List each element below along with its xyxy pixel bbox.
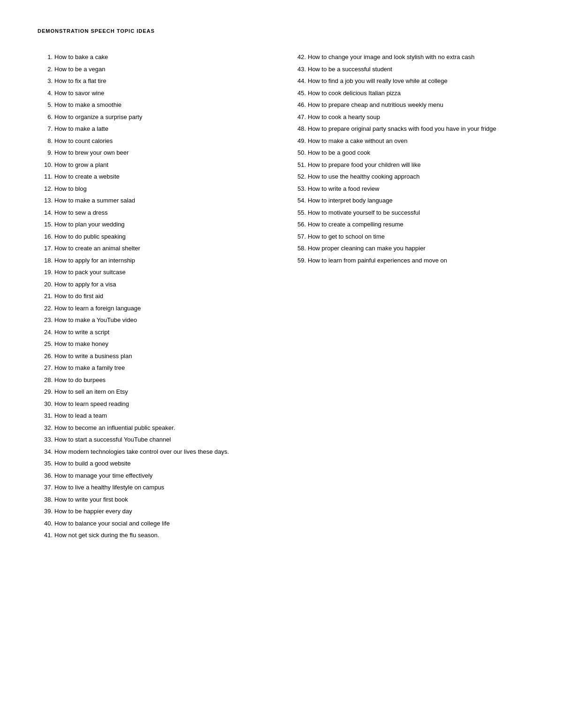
list-item: 37. How to live a healthy lifestyle on c…: [38, 483, 272, 492]
list-item: 22. How to learn a foreign language: [38, 304, 272, 313]
list-item: 30. How to learn speed reading: [38, 399, 272, 409]
list-item: 26. How to write a business plan: [38, 352, 272, 361]
list-item: 48. How to prepare original party snacks…: [291, 124, 525, 134]
list-number: 5.: [38, 100, 53, 110]
list-item: 16. How to do public speaking: [38, 232, 272, 241]
list-text: How to write your first book: [54, 495, 272, 504]
list-number: 24.: [38, 328, 53, 337]
list-number: 2.: [38, 65, 53, 74]
list-item: 44. How to find a job you will really lo…: [291, 76, 525, 86]
list-item: 4. How to savor wine: [38, 89, 272, 98]
list-text: How to organize a surprise party: [54, 113, 272, 122]
list-number: 23.: [38, 315, 53, 325]
list-item: 41. How not get sick during the flu seas…: [38, 531, 272, 540]
list-item: 43. How to be a successful student: [291, 65, 525, 74]
list-item: 5. How to make a smoothie: [38, 100, 272, 110]
list-text: How to manage your time effectively: [54, 471, 272, 480]
list-number: 42.: [291, 53, 306, 62]
list-text: How to make a family tree: [54, 363, 272, 373]
list-item: 2. How to be a vegan: [38, 65, 272, 74]
list-number: 32.: [38, 423, 53, 433]
list-number: 3.: [38, 76, 53, 86]
list-text: How to pack your suitcase: [54, 268, 272, 277]
list-text: How to learn a foreign language: [54, 304, 272, 313]
list-number: 16.: [38, 232, 53, 241]
list-text: How to create an animal shelter: [54, 244, 272, 253]
list-number: 18.: [38, 256, 53, 265]
list-number: 46.: [291, 100, 306, 110]
list-text: How to make a latte: [54, 124, 272, 134]
list-text: How not get sick during the flu season.: [54, 531, 272, 540]
list-item: 8. How to count calories: [38, 136, 272, 146]
list-text: How to learn from painful experiences an…: [308, 256, 525, 265]
list-item: 39. How to be happier every day: [38, 507, 272, 516]
list-number: 1.: [38, 53, 53, 62]
list-text: How to prepare original party snacks wit…: [308, 124, 525, 134]
list-number: 8.: [38, 136, 53, 146]
list-number: 44.: [291, 76, 306, 86]
list-number: 13.: [38, 196, 53, 205]
list-text: How to be a vegan: [54, 65, 272, 74]
list-item: 40. How to balance your social and colle…: [38, 519, 272, 528]
list-number: 9.: [38, 148, 53, 158]
list-number: 17.: [38, 244, 53, 253]
list-item: 36. How to manage your time effectively: [38, 471, 272, 480]
list-number: 31.: [38, 411, 53, 420]
list-item: 23. How to make a YouTube video: [38, 315, 272, 325]
list-item: 38. How to write your first book: [38, 495, 272, 504]
list-item: 20. How to apply for a visa: [38, 280, 272, 289]
list-text: How to live a healthy lifestyle on campu…: [54, 483, 272, 492]
list-item: 53. How to write a food review: [291, 184, 525, 194]
list-number: 6.: [38, 113, 53, 122]
page-title: DEMONSTRATION SPEECH TOPIC IDEAS: [38, 28, 525, 34]
list-text: How to do first aid: [54, 292, 272, 301]
list-number: 34.: [38, 447, 53, 457]
list-text: How to do burpees: [54, 375, 272, 385]
list-text: How to cook delicious Italian pizza: [308, 89, 525, 98]
list-item: 47. How to cook a hearty soup: [291, 113, 525, 122]
list-number: 12.: [38, 184, 53, 194]
list-number: 54.: [291, 196, 306, 205]
list-item: 13. How to make a summer salad: [38, 196, 272, 205]
list-text: How to make a summer salad: [54, 196, 272, 205]
list-text: How to interpret body language: [308, 196, 525, 205]
list-text: How to blog: [54, 184, 272, 194]
list-text: How to cook a hearty soup: [308, 113, 525, 122]
list-item: 35. How to build a good website: [38, 459, 272, 468]
list-text: How to become an influential public spea…: [54, 423, 272, 433]
list-item: 19. How to pack your suitcase: [38, 268, 272, 277]
list-text: How to balance your social and college l…: [54, 519, 272, 528]
list-number: 55.: [291, 208, 306, 218]
list-text: How to get to school on time: [308, 232, 525, 241]
list-text: How to write a script: [54, 328, 272, 337]
list-item: 57. How to get to school on time: [291, 232, 525, 241]
list-number: 38.: [38, 495, 53, 504]
list-number: 19.: [38, 268, 53, 277]
list-text: How modern technologies take control ove…: [54, 447, 272, 457]
list-item: 27. How to make a family tree: [38, 363, 272, 373]
list-number: 59.: [291, 256, 306, 265]
list-item: 42. How to change your image and look st…: [291, 53, 525, 62]
list-item: 49. How to make a cake without an oven: [291, 136, 525, 146]
list-number: 35.: [38, 459, 53, 468]
list-text: How to make a YouTube video: [54, 315, 272, 325]
list-item: 51. How to prepare food your children wi…: [291, 160, 525, 170]
list-item: 9. How to brew your own beer: [38, 148, 272, 158]
list-number: 57.: [291, 232, 306, 241]
list-number: 7.: [38, 124, 53, 134]
list-number: 48.: [291, 124, 306, 134]
list-number: 29.: [38, 387, 53, 397]
list-item: 52. How to use the healthy cooking appro…: [291, 172, 525, 181]
list-number: 22.: [38, 304, 53, 313]
list-number: 26.: [38, 352, 53, 361]
list-item: 56. How to create a compelling resume: [291, 220, 525, 229]
left-column: 1. How to bake a cake 2. How to be a veg…: [38, 53, 272, 543]
list-text: How to start a successful YouTube channe…: [54, 435, 272, 444]
list-item: 6. How to organize a surprise party: [38, 113, 272, 122]
list-text: How to savor wine: [54, 89, 272, 98]
right-column: 42. How to change your image and look st…: [291, 53, 525, 268]
list-text: How to motivate yourself to be successfu…: [308, 208, 525, 218]
list-text: How to use the healthy cooking approach: [308, 172, 525, 181]
list-item: 12. How to blog: [38, 184, 272, 194]
list-number: 51.: [291, 160, 306, 170]
